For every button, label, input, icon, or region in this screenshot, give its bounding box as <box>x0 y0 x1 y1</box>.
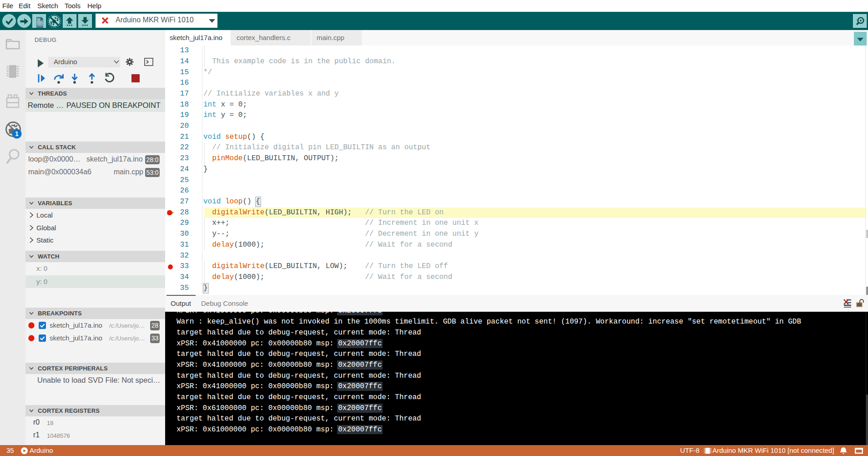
svg-text:1: 1 <box>15 130 19 137</box>
